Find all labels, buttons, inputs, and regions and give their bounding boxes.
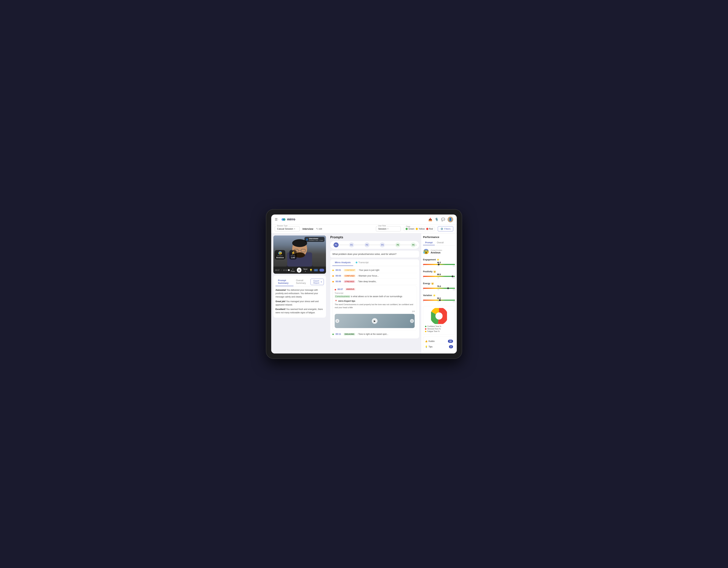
analysis-item-4: 00:11 ENGAGING : Tone is right at the sw…	[332, 331, 417, 337]
flag-green[interactable]: Green	[406, 228, 414, 230]
transcript-text: Consciousness is what allows us to be aw…	[335, 295, 415, 298]
step-p3[interactable]: P3	[365, 242, 370, 247]
legend-fatigue: Fatigue Tone %	[425, 330, 453, 332]
top-bar: ☰ › mirro 📤 🎙️ 💬	[271, 215, 457, 224]
anxious-time: 00:07	[338, 288, 344, 291]
legend-dot-confident	[425, 326, 426, 327]
item-dot-2	[332, 275, 334, 277]
tips-count: 2	[449, 345, 453, 348]
prev-button[interactable]: < Prev	[290, 268, 295, 272]
lightbulb-button[interactable]: 💡	[309, 269, 312, 272]
carousel-prev-button[interactable]: ‹	[335, 319, 339, 323]
variation-value: 50.1	[423, 297, 455, 299]
energy-grad	[423, 288, 455, 289]
transcript-label: Transcript	[335, 292, 415, 294]
thumbs-up-icon: 👍	[425, 340, 428, 342]
tab-transcript[interactable]: Transcript	[353, 259, 371, 266]
flag-red[interactable]: Red	[426, 228, 433, 230]
step-p1[interactable]: P1	[334, 242, 339, 247]
highlighted-word: Consciousness	[335, 295, 350, 298]
item-text-2: : Maintain your focus...	[357, 275, 379, 277]
session-type-dropdown[interactable]: Casual Session ▾	[275, 226, 300, 231]
expert-tips: 📍 mirro Expert tips The word Consciousne…	[335, 300, 415, 309]
pie-section: Confident Tone % Stressed Tone % Fatigue…	[423, 306, 455, 335]
emotion-label-sm: Prompt Emotion	[431, 249, 442, 251]
item-badge-confident: CONFIDENT	[344, 269, 356, 272]
steps-prev-button[interactable]: ‹	[333, 243, 334, 246]
anxious-card: 00:07 ANXIOUS Transcript Consciousness i…	[332, 286, 417, 330]
legend-confident: Confident Tone %	[425, 325, 453, 327]
energy-icon: ⚡	[291, 251, 295, 255]
metric-engagement: Engagement ⭐ 46.2 075100	[423, 258, 455, 267]
anxious-dot	[335, 289, 336, 290]
user-role-group: User Role Session ▾	[376, 226, 401, 231]
carousel-next-button[interactable]: ›	[410, 319, 414, 323]
green-dot	[406, 228, 408, 230]
svg-point-13	[435, 312, 443, 320]
time-total: 12:12	[283, 269, 287, 271]
summary-line-1: Awesome! You delivered your message with…	[275, 288, 324, 299]
left-panel: 👤 Interviewer Duration 0 sec – 9 sec 😰 E…	[271, 233, 328, 353]
energy-badge: ⚡ Energy Low	[289, 250, 297, 259]
user-role-dropdown[interactable]: Session ▾	[376, 226, 401, 231]
step-p2[interactable]: P2	[349, 242, 354, 247]
metric-energy: Energy 👑 75.3 075100	[423, 282, 455, 291]
analysis-item-2: 00:04 CONFUSED : Maintain your focus...	[332, 273, 417, 279]
flag-yellow[interactable]: Yellow	[416, 228, 425, 230]
user-avatar[interactable]: 👤	[448, 217, 453, 222]
tab-overall-summary[interactable]: Overall Summary	[293, 278, 311, 286]
metric-name-engagement: Engagement ⭐	[423, 258, 439, 261]
item-time-3: 00:06	[336, 280, 342, 283]
app-name: mirro	[287, 218, 295, 221]
kudos-section: 👍 Kudos 10 💡 Tips 2	[423, 337, 455, 351]
kudos-left: 👍 Kudos	[425, 340, 435, 342]
item-dot-4	[332, 334, 334, 335]
item-text-1: : Your pace is just right	[358, 269, 379, 271]
cc-button[interactable]: CC	[314, 269, 318, 271]
tab-prompt[interactable]: Prompt	[423, 240, 435, 245]
step-p4[interactable]: P4	[380, 242, 385, 247]
steps-next-button[interactable]: ›	[416, 243, 417, 246]
export-report-button[interactable]: Export Report ▾	[311, 279, 324, 285]
step-line-3	[370, 245, 380, 245]
emotion-emoji: 😰	[276, 251, 284, 255]
emotion-value: Anxious	[431, 251, 442, 254]
microphone-button[interactable]: 🎙️	[435, 218, 439, 221]
step-line-1	[339, 245, 349, 245]
transcript-section: Transcript Consciousness is what allows …	[335, 292, 415, 298]
video-tip-thumb: ▶	[335, 314, 415, 328]
pin-icon: 📍	[335, 300, 337, 302]
interviewer-label: Interviewer	[309, 238, 323, 240]
emotion-emoji-large: 😰	[423, 249, 429, 254]
kudos-count: 10	[448, 340, 453, 343]
interviewer-duration: Duration 0 sec – 9 sec	[309, 240, 323, 241]
tip-play-icon[interactable]: ▶	[372, 318, 378, 324]
tab-mirro-analysis[interactable]: Mirro Analysis	[332, 259, 353, 266]
logo-icon	[281, 217, 286, 222]
edit-button[interactable]: ✎ edit	[316, 228, 322, 230]
user-role-label: User Role	[377, 225, 387, 227]
metric-variation: Variation ⭐ 50.1 075100	[423, 294, 455, 302]
flags-label: Flags	[405, 226, 411, 227]
tips-label: Tips	[429, 345, 432, 348]
menu-button[interactable]: ☰ ›	[275, 218, 279, 221]
energy-value: 75.3	[423, 285, 455, 287]
metric-header-engagement: Engagement ⭐	[423, 258, 455, 261]
analysis-container: Mirro Analysis Transcript 00:01 CONFIDEN…	[330, 259, 419, 338]
positivity-dot	[452, 275, 453, 277]
step-p5[interactable]: P5	[395, 242, 400, 247]
chat-button[interactable]: 💬	[441, 218, 445, 221]
upload-video-button[interactable]: 📤	[428, 218, 432, 221]
engagement-bar	[423, 264, 455, 265]
tab-prompt-summary[interactable]: Prompt Summary	[275, 278, 293, 286]
performance-tabs: Prompt Overall	[423, 240, 455, 245]
step-p6[interactable]: P6	[411, 242, 416, 247]
variation-dot	[439, 299, 441, 301]
play-pause-button[interactable]: ⏸	[297, 268, 301, 273]
filters-button[interactable]: ⚙️ Filters	[438, 226, 453, 231]
kudos-row: 👍 Kudos 10	[425, 339, 453, 344]
toggle-button[interactable]	[319, 269, 324, 272]
tab-overall[interactable]: Overall	[435, 240, 446, 245]
filter-icon: ⚙️	[440, 227, 443, 230]
next-button[interactable]: Next >	[303, 268, 308, 272]
